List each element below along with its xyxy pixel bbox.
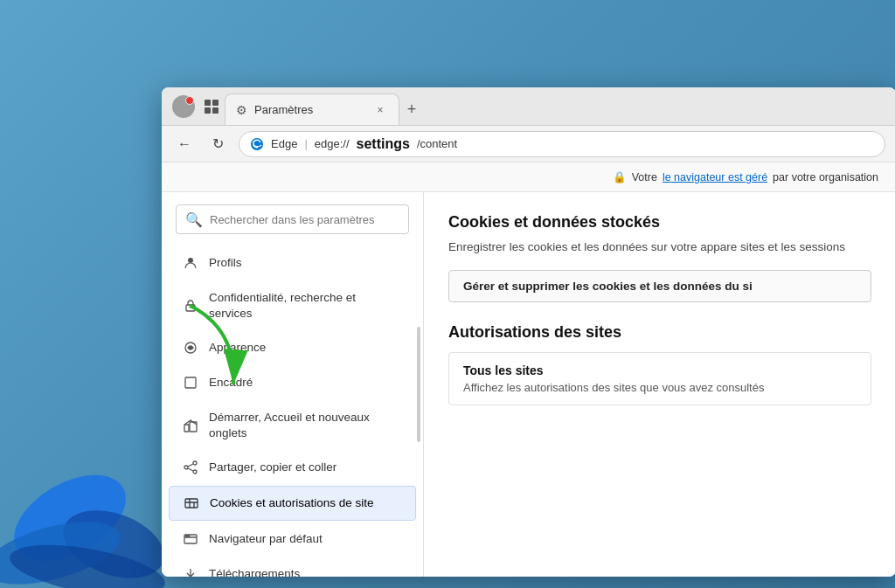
all-sites-item[interactable]: Tous les sites Affichez les autorisation…: [448, 352, 871, 405]
managed-text-before: Votre: [632, 171, 657, 183]
address-prefix: edge://: [315, 137, 350, 150]
profils-icon: [183, 255, 198, 271]
telechargements-icon: [183, 566, 198, 577]
edge-favicon: [250, 137, 264, 151]
svg-point-17: [184, 466, 188, 469]
search-input[interactable]: [210, 213, 399, 226]
tab-title: Paramètres: [254, 103, 365, 116]
edge-label: Edge: [271, 137, 297, 150]
tab-list-icon[interactable]: [202, 97, 221, 116]
sidebar-item-demarrer[interactable]: Démarrer, Accueil et nouveaux onglets: [169, 401, 416, 449]
sidebar-item-confidentialite[interactable]: Confidentialité, recherche et services: [169, 281, 416, 329]
active-tab[interactable]: ⚙ Paramètres ×: [225, 93, 399, 125]
sidebar-item-profils-label: Profils: [209, 255, 242, 271]
sidebar-item-apparence[interactable]: Apparence: [169, 331, 416, 364]
main-content: 🔍 Profils Confidentialité, recherche et …: [162, 192, 895, 577]
tab-bar: ⚙ Paramètres × +: [162, 87, 895, 126]
section2-title: Autorisations des sites: [448, 323, 871, 342]
svg-point-10: [188, 258, 193, 263]
svg-rect-6: [212, 100, 219, 106]
sidebar-item-cookies-label: Cookies et autorisations de site: [210, 495, 374, 511]
address-separator: |: [304, 137, 307, 150]
svg-point-26: [188, 536, 190, 537]
sidebar-item-telechargements-label: Téléchargements: [209, 566, 300, 577]
address-bar[interactable]: Edge | edge://settings/content: [239, 131, 885, 157]
back-button[interactable]: ←: [172, 132, 197, 156]
svg-rect-19: [185, 499, 198, 508]
sidebar-item-telechargements[interactable]: Téléchargements: [169, 557, 416, 577]
sidebar-item-navigateur[interactable]: Navigateur par défaut: [169, 522, 416, 556]
managed-link[interactable]: le navigateur est géré: [663, 171, 767, 183]
sidebar-item-cookies[interactable]: Cookies et autorisations de site: [169, 486, 416, 521]
right-content: Cookies et données stockés Enregistrer l…: [424, 192, 895, 577]
search-icon: 🔍: [185, 211, 203, 228]
partager-icon: [183, 460, 198, 475]
svg-point-16: [193, 461, 197, 465]
demarrer-icon: [183, 418, 198, 433]
section1-desc: Enregistrer les cookies et les données s…: [448, 239, 871, 256]
sidebar-item-demarrer-label: Démarrer, Accueil et nouveaux onglets: [209, 410, 402, 440]
nav-items: Profils Confidentialité, recherche et se…: [162, 243, 423, 577]
encadre-icon: [183, 375, 198, 391]
address-suffix: /content: [417, 137, 457, 150]
svg-rect-13: [185, 377, 196, 388]
address-bold: settings: [357, 136, 410, 152]
apparence-icon: [183, 340, 198, 356]
svg-point-18: [193, 470, 197, 474]
all-sites-desc: Affichez les autorisations des sites que…: [463, 381, 857, 394]
svg-rect-5: [205, 100, 211, 106]
svg-rect-14: [184, 425, 189, 432]
refresh-button[interactable]: ↻: [205, 132, 230, 156]
new-tab-button[interactable]: +: [399, 97, 424, 121]
managed-text-after: par votre organisation: [773, 171, 878, 183]
sidebar-item-encadre[interactable]: Encadré: [169, 366, 416, 399]
svg-rect-11: [186, 305, 195, 311]
manage-cookies-button[interactable]: Gérer et supprimer les cookies et les do…: [448, 270, 871, 302]
lock-icon: 🔒: [613, 170, 627, 183]
navigateur-icon: [183, 531, 198, 547]
section1-title: Cookies et données stockés: [448, 213, 871, 232]
sidebar-scrollbar[interactable]: [417, 327, 420, 442]
managed-bar: 🔒 Votre le navigateur est géré par votre…: [162, 163, 895, 192]
svg-point-25: [186, 536, 188, 537]
sidebar-item-partager[interactable]: Partager, copier et coller: [169, 451, 416, 484]
tab-close-button[interactable]: ×: [372, 102, 388, 118]
sidebar-item-encadre-label: Encadré: [209, 375, 253, 391]
sidebar-item-navigateur-label: Navigateur par défaut: [209, 531, 323, 547]
svg-rect-8: [212, 107, 219, 114]
cookies-icon: [184, 495, 199, 511]
settings-gear-icon: ⚙: [236, 103, 247, 117]
tab-controls-left: [169, 95, 225, 125]
search-box[interactable]: 🔍: [176, 204, 409, 234]
sidebar: 🔍 Profils Confidentialité, recherche et …: [162, 192, 424, 577]
sidebar-item-profils[interactable]: Profils: [169, 246, 416, 280]
sidebar-item-apparence-label: Apparence: [209, 340, 266, 356]
confidentialite-icon: [183, 298, 198, 314]
nav-bar: ← ↻ Edge | edge://settings/content: [162, 126, 895, 163]
all-sites-title: Tous les sites: [463, 363, 857, 377]
sidebar-item-partager-label: Partager, copier et coller: [209, 460, 336, 475]
sidebar-item-confidentialite-label: Confidentialité, recherche et services: [209, 290, 402, 321]
profile-icon[interactable]: [172, 95, 195, 118]
browser-window: ⚙ Paramètres × + ← ↻ Edge | edge://setti…: [162, 87, 895, 577]
svg-rect-7: [205, 107, 211, 114]
